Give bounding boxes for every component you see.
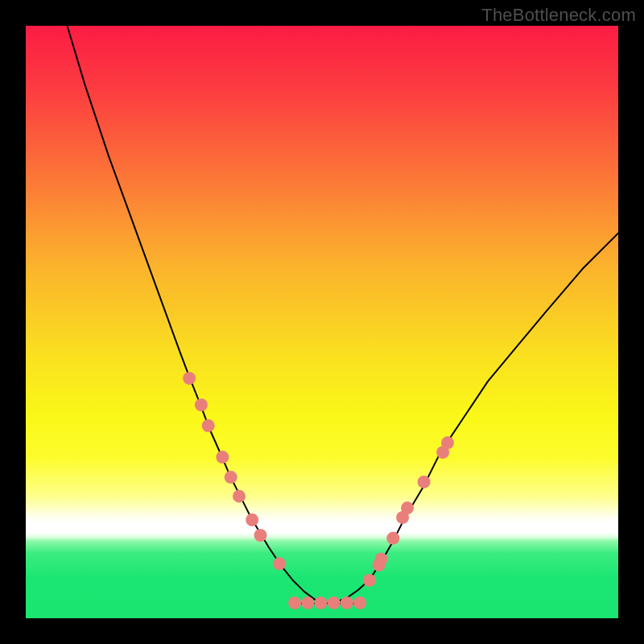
marker-dot <box>353 597 366 609</box>
marker-dot <box>375 552 388 565</box>
marker-dot <box>233 489 246 502</box>
series-left-curve <box>68 26 325 604</box>
plot-area <box>26 26 618 618</box>
series-right-curve <box>325 233 618 604</box>
marker-dot <box>386 532 399 545</box>
marker-dot <box>341 597 353 609</box>
marker-dot <box>246 514 258 526</box>
marker-dot <box>315 597 328 609</box>
marker-dot <box>441 436 454 449</box>
marker-dot <box>363 574 376 587</box>
marker-dot <box>216 451 229 464</box>
marker-dot <box>418 476 431 489</box>
watermark-text: TheBottleneck.com <box>481 5 636 26</box>
marker-dot <box>288 597 301 609</box>
marker-dot <box>195 398 208 411</box>
marker-dot <box>273 557 286 570</box>
marker-dot <box>225 471 237 484</box>
marker-dot <box>328 597 341 609</box>
marker-dot <box>301 597 314 609</box>
curve-layer <box>26 26 618 618</box>
marker-dot <box>401 502 414 514</box>
marker-dot <box>202 419 215 432</box>
marker-dot <box>183 372 196 385</box>
marker-dot <box>254 529 267 542</box>
chart-frame: TheBottleneck.com <box>0 0 644 644</box>
